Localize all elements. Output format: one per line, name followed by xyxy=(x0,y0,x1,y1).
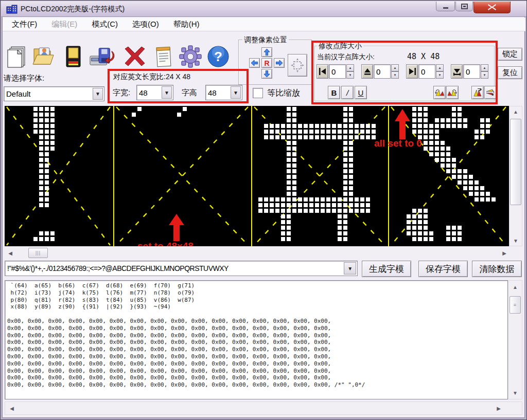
left-spin-up[interactable]: ▲ xyxy=(346,64,354,71)
dot-size-title: 修改点阵大小 xyxy=(317,42,363,51)
notes-icon xyxy=(153,45,174,68)
save-button[interactable] xyxy=(60,44,86,69)
matrix-scroll-right-button[interactable]: ▶ xyxy=(500,248,509,258)
right-offset-input[interactable]: 0 xyxy=(418,64,435,79)
output-hscrollbar[interactable]: ◀ ▶ xyxy=(5,401,522,415)
char-width-dropdown-arrow[interactable]: ▼ xyxy=(162,86,172,99)
output-textarea[interactable]: `(64) a(65) b(66) c(67) d(68) e(69) f(70… xyxy=(5,280,508,399)
char-height-dropdown-arrow[interactable]: ▼ xyxy=(231,86,241,99)
flip-horizontal-icon xyxy=(485,87,496,98)
output-scroll-down-button[interactable]: ▼ xyxy=(509,388,521,398)
matrix-hscroll-thumb[interactable]: ||| xyxy=(28,248,48,258)
bottom-offset-spinner[interactable]: ▲▼ xyxy=(481,64,488,79)
bottom-edge-button[interactable] xyxy=(451,64,463,79)
title-bar[interactable]: PCtoLCD2002完美版-(字符模式) xyxy=(1,1,527,17)
font-select-dropdown-arrow[interactable]: ▼ xyxy=(93,88,103,100)
save-font-button[interactable]: 保存字模 xyxy=(418,261,468,277)
bottom-offset-input[interactable]: 0 xyxy=(463,64,480,79)
reset-position-button[interactable]: R xyxy=(261,58,272,68)
maximize-button[interactable] xyxy=(455,2,473,11)
left-spin-down[interactable]: ▼ xyxy=(346,71,354,79)
flip-vertical-button[interactable] xyxy=(471,86,484,99)
current-size-label: 当前汉字点阵大小: xyxy=(317,52,375,62)
menu-file[interactable]: 文件(F) xyxy=(7,18,42,31)
reset-button[interactable]: 复位 xyxy=(498,66,522,79)
right-offset-spinner[interactable]: ▲▼ xyxy=(436,64,444,79)
char-width-label: 字宽: xyxy=(113,88,130,98)
right-spin-up[interactable]: ▲ xyxy=(436,64,444,71)
font-select-combobox[interactable]: Default ▼ xyxy=(4,86,104,101)
menu-options[interactable]: 选项(O) xyxy=(127,18,164,31)
dot-matrix-canvas[interactable]: set to 48x48 all set to 0 xyxy=(5,106,509,246)
rotate-left-button[interactable] xyxy=(433,86,446,99)
move-right-button[interactable] xyxy=(274,58,285,68)
matrix-scroll-up-button[interactable]: ▲ xyxy=(510,106,522,117)
right-edge-icon xyxy=(408,67,416,76)
bold-button[interactable]: B xyxy=(328,86,340,99)
top-offset-spinner[interactable]: ▲▼ xyxy=(391,64,399,79)
output-scroll-right-button[interactable]: ▶ xyxy=(494,404,503,413)
up-arrow-icon xyxy=(264,49,270,56)
open-file-icon xyxy=(32,45,57,68)
matrix-hscrollbar[interactable]: ◀ ||| ▶ xyxy=(5,247,509,259)
move-left-button[interactable] xyxy=(249,58,260,68)
left-edge-button[interactable] xyxy=(317,64,328,79)
center-glyph-button[interactable] xyxy=(288,54,307,77)
bottom-spin-down[interactable]: ▼ xyxy=(481,71,488,79)
minimize-button[interactable] xyxy=(436,2,455,11)
app-icon xyxy=(6,5,17,14)
char-height-label: 字高 xyxy=(182,88,197,98)
right-edge-button[interactable] xyxy=(406,64,418,79)
rotate-left-icon xyxy=(434,87,445,98)
scale-checkbox[interactable] xyxy=(253,88,263,98)
flip-vertical-icon xyxy=(472,87,483,98)
top-edge-button[interactable] xyxy=(361,64,373,79)
matrix-vscrollbar[interactable]: ▲ ▼ xyxy=(509,106,522,246)
right-arrow-icon xyxy=(276,60,283,66)
flip-horizontal-button[interactable] xyxy=(484,86,497,99)
output-vscrollbar[interactable]: ▲ ≡ ▼ xyxy=(508,280,522,399)
top-offset-input[interactable]: 0 xyxy=(374,64,391,79)
lock-button[interactable]: 锁定 xyxy=(498,48,522,61)
close-icon xyxy=(487,4,497,11)
menu-edit[interactable]: 编辑(E) xyxy=(46,18,82,31)
rotate-right-icon xyxy=(447,87,458,98)
output-scroll-left-button[interactable]: ◀ xyxy=(7,404,16,413)
matrix-scroll-left-button[interactable]: ◀ xyxy=(6,248,15,258)
char-list-dropdown-arrow[interactable]: ▼ xyxy=(344,262,356,275)
menu-help[interactable]: 帮助(H) xyxy=(168,18,205,31)
matrix-scroll-down-button[interactable]: ▼ xyxy=(510,235,522,246)
top-spin-up[interactable]: ▲ xyxy=(391,64,399,71)
top-spin-down[interactable]: ▼ xyxy=(391,71,399,79)
clear-data-button[interactable]: 清除数据 xyxy=(472,261,522,277)
char-list-value: !"#$%&'()*+,-./0123456789:;<=>?@ABCDEFGH… xyxy=(7,264,229,272)
settings-button[interactable] xyxy=(178,44,203,69)
new-document-button[interactable] xyxy=(4,44,29,69)
left-offset-spinner[interactable]: ▲▼ xyxy=(346,64,354,79)
help-button[interactable]: ? xyxy=(205,44,231,69)
left-offset-input[interactable]: 0 xyxy=(329,64,346,79)
right-spin-down[interactable]: ▼ xyxy=(436,71,444,79)
underline-button[interactable]: U xyxy=(355,86,367,99)
bottom-spin-up[interactable]: ▲ xyxy=(481,64,488,71)
center-frame-icon xyxy=(290,58,305,73)
open-file-button[interactable] xyxy=(31,44,57,69)
notes-button[interactable] xyxy=(151,44,177,69)
char-list-combobox[interactable]: !"#$%&'()*+,-./0123456789:;<=>?@ABCDEFGH… xyxy=(5,261,358,276)
generate-font-button[interactable]: 生成字模 xyxy=(362,261,411,277)
close-button[interactable] xyxy=(473,2,511,13)
move-down-button[interactable] xyxy=(261,69,272,79)
menu-mode[interactable]: 模式(C) xyxy=(86,18,123,31)
move-up-button[interactable] xyxy=(261,47,272,57)
italic-button[interactable]: / xyxy=(341,86,354,99)
matrix-vscroll-thumb[interactable] xyxy=(510,119,521,205)
cell-separator xyxy=(251,106,252,246)
delete-button[interactable] xyxy=(122,44,148,69)
char-height-combobox[interactable]: 48 ▼ xyxy=(205,85,242,100)
rotate-right-button[interactable] xyxy=(446,86,459,99)
cell-separator xyxy=(388,106,389,246)
output-scroll-up-button[interactable]: ▲ xyxy=(509,282,521,292)
output-vscroll-thumb[interactable]: ≡ xyxy=(510,296,521,314)
save-as-button[interactable] xyxy=(89,44,115,69)
char-width-combobox[interactable]: 48 ▼ xyxy=(136,85,173,100)
